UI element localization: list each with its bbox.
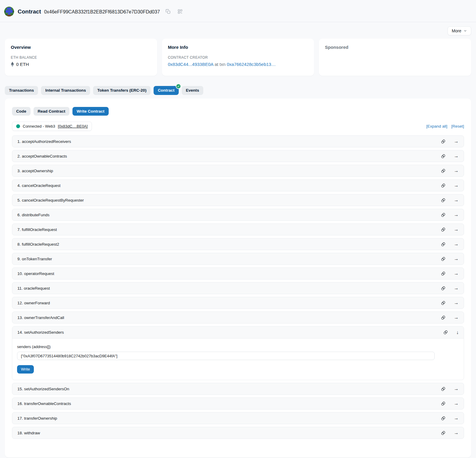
function-row-oraclerequest[interactable]: 11. oracleRequest → [12, 282, 464, 294]
function-row-transferownership[interactable]: 17. transferOwnership → [12, 412, 464, 424]
function-label: 10. operatorRequest [17, 271, 54, 276]
expand-arrow-icon[interactable]: → [454, 139, 459, 144]
expand-arrow-icon[interactable]: → [454, 286, 459, 291]
expand-arrow-icon[interactable]: → [454, 271, 459, 276]
contract-subtabs: CodeRead ContractWrite Contract [12, 107, 464, 116]
permalink-icon[interactable] [441, 212, 446, 217]
permalink-icon[interactable] [441, 271, 446, 276]
permalink-icon[interactable] [441, 227, 446, 232]
contract-panel: CodeRead ContractWrite Contract Connecte… [5, 99, 471, 458]
write-button[interactable]: Write [17, 365, 34, 374]
function-row-withdraw[interactable]: 18. withdraw → [12, 427, 464, 439]
expand-arrow-icon[interactable]: → [454, 315, 459, 320]
permalink-icon[interactable] [443, 330, 448, 335]
permalink-icon[interactable] [441, 300, 446, 306]
expand-arrow-icon[interactable]: → [454, 198, 459, 202]
expand-arrow-icon[interactable]: → [454, 183, 459, 188]
connected-dot-icon [16, 124, 20, 128]
tab-transactions[interactable]: Transactions [5, 86, 38, 95]
expand-arrow-icon[interactable]: → [454, 154, 459, 158]
permalink-icon[interactable] [441, 256, 446, 262]
creation-txn-link[interactable]: 0xa7662428c3b5eb13… [227, 62, 275, 67]
permalink-icon[interactable] [441, 430, 446, 436]
expand-arrow-icon[interactable]: → [454, 386, 459, 391]
function-label: 17. transferOwnership [17, 416, 57, 421]
connection-status-text: Connected - Web3 [23, 124, 55, 129]
function-label: 15. setAuthorizedSendersOn [17, 387, 69, 391]
function-row-ontokentransfer[interactable]: 9. onTokenTransfer → [12, 253, 464, 265]
function-row-ownertransferandcall[interactable]: 13. ownerTransferAndCall → [12, 312, 464, 324]
expand-arrow-icon[interactable]: → [454, 416, 459, 421]
function-row-fulfilloraclerequest[interactable]: 7. fulfillOracleRequest → [12, 223, 464, 235]
tab-contract[interactable]: Contract [154, 86, 179, 95]
function-row-ownerforward[interactable]: 12. ownerForward → [12, 297, 464, 309]
function-label: 7. fulfillOracleRequest [17, 227, 57, 232]
function-row-operatorrequest[interactable]: 10. operatorRequest → [12, 267, 464, 279]
function-row-acceptauthorizedreceivers[interactable]: 1. acceptAuthorizedReceivers → [12, 135, 464, 147]
chevron-down-icon [463, 29, 467, 33]
permalink-icon[interactable] [441, 139, 446, 144]
page-title: Contract [18, 8, 41, 15]
permalink-icon[interactable] [441, 198, 446, 203]
senders-input[interactable] [17, 352, 435, 360]
ethereum-icon [11, 62, 14, 67]
permalink-icon[interactable] [441, 168, 446, 173]
function-label: 9. onTokenTransfer [17, 257, 52, 261]
expand-arrow-icon[interactable]: → [454, 256, 459, 261]
subtab-code[interactable]: Code [12, 107, 31, 116]
permalink-icon[interactable] [441, 401, 446, 406]
function-row-setauthorizedsenderson[interactable]: 15. setAuthorizedSendersOn → [12, 383, 464, 395]
tab-internal-transactions[interactable]: Internal Transactions [41, 86, 90, 95]
creator-address-link[interactable]: 0x83dC44...4933BE0A [168, 62, 213, 67]
function-row-acceptownablecontracts[interactable]: 2. acceptOwnableContracts → [12, 150, 464, 162]
function-label: 2. acceptOwnableContracts [17, 154, 67, 158]
expand-arrow-icon[interactable]: → [454, 168, 459, 173]
subtab-write-contract[interactable]: Write Contract [72, 107, 109, 116]
function-row-distributefunds[interactable]: 6. distributeFunds → [12, 209, 464, 221]
more-button-label: More [452, 28, 461, 33]
expand-arrow-icon[interactable]: → [454, 227, 459, 232]
main-tabs: TransactionsInternal TransactionsToken T… [5, 86, 471, 95]
reset-link[interactable]: [Reset] [451, 124, 464, 129]
expand-arrow-icon[interactable]: → [454, 242, 459, 247]
permalink-icon[interactable] [441, 416, 446, 421]
function-label: 13. ownerTransferAndCall [17, 315, 64, 320]
function-label: 16. transferOwnableContracts [17, 401, 71, 406]
permalink-icon[interactable] [441, 286, 446, 291]
function-row-canceloraclerequestbyrequester[interactable]: 5. cancelOracleRequestByRequester → [12, 194, 464, 206]
permalink-icon[interactable] [441, 386, 446, 392]
function-row-transferownablecontracts[interactable]: 16. transferOwnableContracts → [12, 397, 464, 409]
function-label: 11. oracleRequest [17, 286, 50, 291]
permalink-icon[interactable] [441, 183, 446, 188]
tab-token-transfers-erc-20[interactable]: Token Transfers (ERC-20) [93, 86, 151, 95]
expand-all-link[interactable]: [Expand all] [426, 124, 448, 129]
permalink-icon[interactable] [441, 154, 446, 159]
function-row-canceloraclerequest[interactable]: 4. cancelOracleRequest → [12, 179, 464, 191]
expand-arrow-icon[interactable]: → [454, 430, 459, 435]
expand-arrow-icon[interactable]: ↓ [456, 330, 459, 335]
eth-balance-label: ETH BALANCE [11, 55, 151, 60]
verified-check-icon [176, 84, 181, 89]
qr-code-icon[interactable] [176, 8, 184, 16]
function-row-acceptownership[interactable]: 3. acceptOwnership → [12, 165, 464, 177]
write-functions-list: 1. acceptAuthorizedReceivers → 2. accept… [12, 135, 464, 439]
function-row-setauthorizedsenders[interactable]: 14. setAuthorizedSenders ↓ [12, 327, 464, 338]
copy-address-icon[interactable] [164, 8, 172, 16]
permalink-icon[interactable] [441, 242, 446, 247]
function-form: senders (address[]) Write [12, 338, 464, 380]
function-row-fulfilloraclerequest2[interactable]: 8. fulfillOracleRequest2 → [12, 238, 464, 250]
expand-arrow-icon[interactable]: → [454, 401, 459, 406]
tab-events[interactable]: Events [182, 86, 203, 95]
connected-wallet-link[interactable]: [0x83dC....BE0A] [58, 124, 88, 129]
subtab-read-contract[interactable]: Read Contract [34, 107, 69, 116]
sponsored-card-title: Sponsored [325, 45, 465, 50]
more-info-card: More Info CONTRACT CREATOR 0x83dC44...49… [162, 39, 314, 76]
expand-arrow-icon[interactable]: → [454, 212, 459, 217]
connection-status: Connected - Web3 [0x83dC....BE0A] [12, 122, 92, 131]
eth-balance-value: 0 ETH [16, 62, 29, 67]
page-header: Contract 0x46eFF99CAB332f1B2EB2Ff6813D67… [0, 0, 476, 22]
function-label: 3. acceptOwnership [17, 169, 53, 173]
permalink-icon[interactable] [441, 315, 446, 320]
expand-arrow-icon[interactable]: → [454, 300, 459, 305]
more-button[interactable]: More [448, 26, 471, 35]
